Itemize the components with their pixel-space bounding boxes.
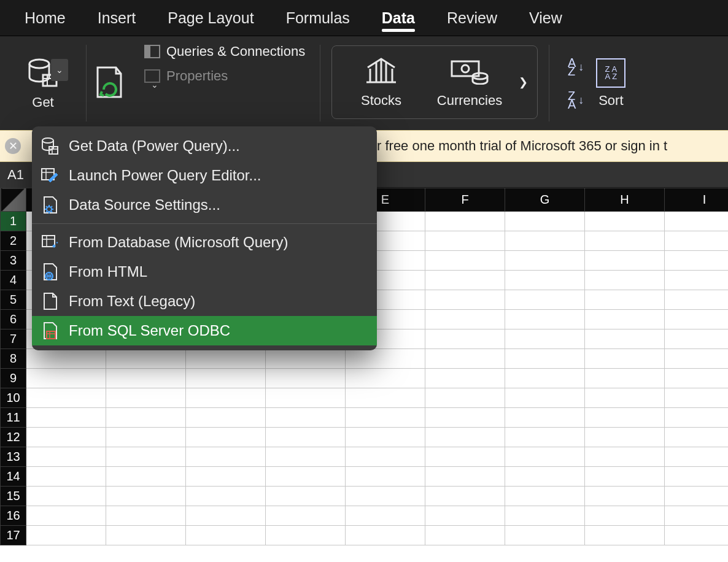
sort-button[interactable]: Sort: [598, 93, 623, 109]
cell[interactable]: [106, 388, 186, 408]
cell[interactable]: [505, 408, 585, 428]
cell[interactable]: [585, 428, 665, 447]
cell[interactable]: [266, 369, 346, 388]
row-header[interactable]: 16: [1, 506, 26, 526]
cell[interactable]: [585, 212, 665, 231]
tab-data[interactable]: Data: [366, 0, 431, 36]
cell[interactable]: [346, 349, 425, 369]
currencies-button[interactable]: Currencies: [425, 56, 514, 109]
cell[interactable]: [106, 447, 186, 467]
cell[interactable]: [585, 506, 665, 526]
cell[interactable]: [425, 487, 505, 506]
column-header[interactable]: F: [425, 188, 505, 212]
cell[interactable]: [186, 526, 266, 545]
cell[interactable]: [425, 467, 505, 487]
tab-insert[interactable]: Insert: [82, 0, 152, 36]
cell[interactable]: [425, 310, 505, 329]
cell[interactable]: [26, 428, 106, 447]
cell[interactable]: [585, 526, 665, 545]
row-header[interactable]: 15: [1, 487, 26, 506]
properties-button[interactable]: Properties: [144, 68, 314, 84]
cell[interactable]: [585, 349, 665, 369]
cell[interactable]: [425, 369, 505, 388]
queries-connections-button[interactable]: Queries & Connections: [144, 44, 314, 60]
cell[interactable]: [26, 388, 106, 408]
info-bar-close-button[interactable]: ✕: [5, 138, 21, 154]
cell[interactable]: [266, 408, 346, 428]
cell[interactable]: [186, 388, 266, 408]
cell[interactable]: [425, 349, 505, 369]
cell[interactable]: [425, 408, 505, 428]
tab-review[interactable]: Review: [431, 0, 513, 36]
cell[interactable]: [665, 408, 729, 428]
cell[interactable]: [266, 428, 346, 447]
row-header[interactable]: 14: [1, 467, 26, 487]
get-data-button[interactable]: ⌄: [14, 56, 72, 93]
row-header[interactable]: 9: [1, 369, 26, 388]
cell[interactable]: [26, 467, 106, 487]
cell[interactable]: [505, 388, 585, 408]
cell[interactable]: [505, 212, 585, 231]
cell[interactable]: [505, 349, 585, 369]
cell[interactable]: [425, 212, 505, 231]
cell[interactable]: [505, 231, 585, 251]
cell[interactable]: [266, 447, 346, 467]
cell[interactable]: [585, 467, 665, 487]
cell[interactable]: [425, 329, 505, 349]
cell[interactable]: [665, 506, 729, 526]
cell[interactable]: [346, 467, 425, 487]
cell[interactable]: [505, 506, 585, 526]
cell[interactable]: [186, 369, 266, 388]
menu-item-from-db[interactable]: From Database (Microsoft Query): [32, 228, 377, 257]
cell[interactable]: [665, 310, 729, 329]
cell[interactable]: [106, 428, 186, 447]
tab-page-layout[interactable]: Page Layout: [152, 0, 269, 36]
cell[interactable]: [505, 526, 585, 545]
cell[interactable]: [505, 251, 585, 271]
cell[interactable]: [665, 271, 729, 290]
cell[interactable]: [425, 428, 505, 447]
row-header[interactable]: 17: [1, 526, 26, 545]
cell[interactable]: [665, 329, 729, 349]
cell[interactable]: [425, 290, 505, 310]
cell[interactable]: [585, 408, 665, 428]
cell[interactable]: [665, 526, 729, 545]
cell[interactable]: [505, 290, 585, 310]
cell[interactable]: [186, 487, 266, 506]
cell[interactable]: [425, 388, 505, 408]
row-header[interactable]: 6: [1, 310, 26, 329]
cell[interactable]: [585, 329, 665, 349]
row-header[interactable]: 3: [1, 251, 26, 271]
cell[interactable]: [585, 388, 665, 408]
refresh-all-button[interactable]: ⌄: [91, 65, 137, 102]
row-header[interactable]: 12: [1, 428, 26, 447]
cell[interactable]: [346, 388, 425, 408]
cell[interactable]: [665, 251, 729, 271]
cell[interactable]: [505, 271, 585, 290]
menu-item-from-html[interactable]: From HTML: [32, 257, 377, 287]
column-header[interactable]: H: [585, 188, 665, 212]
menu-item-get-data-pq[interactable]: Get Data (Power Query)...: [32, 131, 377, 161]
cell[interactable]: [665, 428, 729, 447]
cell[interactable]: [425, 506, 505, 526]
cell[interactable]: [186, 467, 266, 487]
cell[interactable]: [665, 231, 729, 251]
row-header[interactable]: 4: [1, 271, 26, 290]
cell[interactable]: [585, 369, 665, 388]
cell[interactable]: [346, 428, 425, 447]
cell[interactable]: [106, 467, 186, 487]
cell[interactable]: [26, 526, 106, 545]
row-header[interactable]: 10: [1, 388, 26, 408]
cell[interactable]: [266, 526, 346, 545]
cell[interactable]: [665, 487, 729, 506]
column-header[interactable]: G: [505, 188, 585, 212]
cell[interactable]: [106, 349, 186, 369]
cell[interactable]: [266, 349, 346, 369]
cell[interactable]: [266, 506, 346, 526]
cell[interactable]: [26, 506, 106, 526]
cell[interactable]: [106, 408, 186, 428]
cell[interactable]: [26, 349, 106, 369]
menu-item-launch-pq[interactable]: Launch Power Query Editor...: [32, 161, 377, 190]
cell[interactable]: [585, 271, 665, 290]
cell[interactable]: [425, 271, 505, 290]
